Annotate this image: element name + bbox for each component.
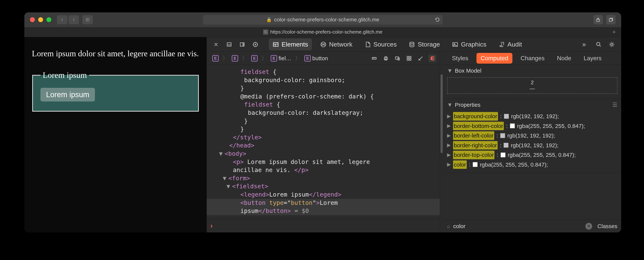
sp-tab-layers[interactable]: Layers bbox=[580, 53, 606, 64]
dom-tree-line[interactable]: ipsum</button> = $0 bbox=[207, 207, 440, 215]
devtools-more-tabs[interactable]: » bbox=[582, 41, 586, 48]
compositing-borders-icon[interactable] bbox=[428, 55, 436, 62]
svg-rect-7 bbox=[243, 43, 244, 46]
dom-tree-line[interactable]: ▼<body> bbox=[207, 150, 440, 158]
computed-property-row[interactable]: ▶border-left-color:rgb(192, 192, 192); bbox=[447, 131, 618, 141]
color-swatch[interactable] bbox=[473, 162, 478, 167]
forward-button[interactable] bbox=[68, 15, 79, 24]
dom-tree-line[interactable]: ▼<form> bbox=[207, 174, 440, 183]
computed-property-row[interactable]: ▶border-right-color:rgb(192, 192, 192); bbox=[447, 141, 618, 150]
tabs-overview-button[interactable] bbox=[606, 15, 616, 24]
dom-tree-line[interactable]: background-color: gainsboro; bbox=[207, 76, 440, 84]
computed-property-row[interactable]: ▶color:rgba(255, 255, 255, 0.847); bbox=[447, 160, 618, 170]
dom-tree-line[interactable]: </style> bbox=[207, 133, 440, 142]
dom-tree-line[interactable]: <legend>Lorem ipsum</legend> bbox=[207, 191, 440, 199]
dom-tree[interactable]: fieldset {background-color: gainsboro;}@… bbox=[207, 65, 440, 219]
dom-tree-line[interactable]: </head> bbox=[207, 142, 440, 150]
box-model-header[interactable]: ▼ Box Model bbox=[443, 65, 621, 77]
browser-tab[interactable]: C https://color-scheme-prefers-color-sch… bbox=[263, 29, 382, 35]
paint-icon[interactable] bbox=[417, 55, 424, 62]
close-devtools-button[interactable] bbox=[212, 40, 220, 49]
property-name: color bbox=[453, 160, 467, 169]
disclosure-arrow-icon: ▶ bbox=[447, 122, 451, 129]
sp-tab-changes[interactable]: Changes bbox=[516, 53, 549, 64]
dom-tree-line[interactable]: fieldset { bbox=[207, 68, 440, 76]
dom-tree-line[interactable]: } bbox=[207, 117, 440, 125]
color-swatch[interactable] bbox=[510, 123, 515, 128]
dom-tree-line[interactable]: ancillae ne vis. </p> bbox=[207, 166, 440, 174]
tab-elements[interactable]: Elements bbox=[269, 39, 312, 50]
breadcrumb-item[interactable]: Efiel… bbox=[269, 54, 293, 63]
tab-network[interactable]: Network bbox=[316, 39, 356, 50]
sp-tab-styles[interactable]: Styles bbox=[448, 53, 472, 64]
page-paragraph: Lorem ipsum dolor sit amet, legere ancil… bbox=[32, 48, 199, 59]
dom-toolbar: E 〉 E 〉 E 〉 Efiel… 〉 Ebutton bbox=[207, 52, 440, 65]
share-button[interactable] bbox=[594, 15, 603, 24]
properties-header[interactable]: ▼ Properties ☰ bbox=[443, 99, 621, 111]
breadcrumb-item[interactable]: E bbox=[249, 54, 260, 63]
dock-side-button[interactable] bbox=[238, 40, 246, 49]
color-swatch[interactable] bbox=[504, 114, 509, 119]
property-value: rgba(255, 255, 255, 0.847); bbox=[517, 122, 585, 130]
color-swatch[interactable] bbox=[504, 143, 508, 148]
dom-tree-line[interactable]: background-color: darkslategray; bbox=[207, 109, 440, 117]
dom-tree-line[interactable]: } bbox=[207, 125, 440, 133]
lock-icon: 🔒 bbox=[266, 17, 272, 22]
computed-property-row[interactable]: ▶border-bottom-color:rgba(255, 255, 255,… bbox=[447, 121, 618, 131]
select-element-button[interactable] bbox=[251, 40, 260, 49]
tab-sources[interactable]: Sources bbox=[360, 39, 400, 50]
console-drawer[interactable]: › bbox=[207, 219, 440, 232]
clear-filter-button[interactable]: ✕ bbox=[586, 223, 592, 230]
ruler-icon[interactable] bbox=[370, 55, 378, 62]
dom-tree-line[interactable]: } bbox=[207, 84, 440, 92]
dom-tree-line[interactable]: ▼<fieldset> bbox=[207, 182, 440, 191]
devtools-body: E 〉 E 〉 E 〉 Efiel… 〉 Ebutton bbox=[207, 52, 621, 232]
address-bar[interactable]: 🔒 color-scheme-prefers-color-scheme.glit… bbox=[203, 15, 442, 25]
properties-filter-input[interactable] bbox=[453, 223, 583, 230]
grid-icon[interactable] bbox=[405, 55, 413, 62]
new-tab-button[interactable]: + bbox=[610, 28, 618, 36]
devtools-search-button[interactable] bbox=[594, 40, 603, 49]
devtools-settings-button[interactable] bbox=[608, 40, 616, 49]
styles-panel-tabs: Styles Computed Changes Node Layers bbox=[443, 52, 621, 65]
dom-panel: E 〉 E 〉 E 〉 Efiel… 〉 Ebutton bbox=[207, 52, 440, 232]
computed-property-row[interactable]: ▶border-top-color:rgba(255, 255, 255, 0.… bbox=[447, 150, 618, 160]
minimize-window-button[interactable] bbox=[38, 17, 43, 22]
zoom-window-button[interactable] bbox=[46, 17, 51, 22]
dock-bottom-button[interactable] bbox=[225, 40, 233, 49]
tab-storage[interactable]: Storage bbox=[405, 39, 444, 50]
back-button[interactable] bbox=[57, 15, 68, 24]
page-button[interactable]: Lorem ipsum bbox=[40, 88, 95, 101]
svg-rect-29 bbox=[385, 56, 386, 58]
dom-tree-line[interactable]: <button type="button">Lorem bbox=[207, 199, 440, 207]
tab-graphics[interactable]: Graphics bbox=[448, 39, 490, 50]
devtools-tabs: Elements Network Sources Storage bbox=[269, 39, 526, 50]
responsive-icon[interactable] bbox=[394, 55, 401, 62]
sp-tab-computed[interactable]: Computed bbox=[476, 53, 512, 64]
property-value: rgb(192, 192, 192); bbox=[511, 141, 558, 150]
dom-tree-line[interactable]: @media (prefers-color-scheme: dark) { bbox=[207, 92, 440, 101]
property-value: rgba(255, 255, 255, 0.847); bbox=[480, 161, 548, 169]
color-swatch[interactable] bbox=[500, 153, 506, 157]
filter-icon[interactable]: ☰ bbox=[612, 101, 618, 108]
dom-scrollbar[interactable] bbox=[440, 52, 443, 232]
classes-toggle[interactable]: Classes bbox=[598, 223, 618, 229]
reload-button[interactable] bbox=[434, 16, 441, 23]
sp-tab-node[interactable]: Node bbox=[553, 53, 576, 64]
svg-rect-33 bbox=[407, 56, 409, 58]
dom-tree-line[interactable]: fieldset { bbox=[207, 100, 440, 109]
color-swatch[interactable] bbox=[500, 133, 505, 138]
svg-line-22 bbox=[600, 45, 601, 47]
svg-point-9 bbox=[255, 44, 256, 45]
breadcrumb-item[interactable]: E bbox=[210, 54, 220, 63]
dom-tree-line[interactable]: <p> Lorem ipsum dolor sit amet, legere bbox=[207, 158, 440, 166]
breadcrumb-item[interactable]: Ebutton bbox=[302, 54, 330, 63]
property-value: rgb(192, 192, 192); bbox=[507, 132, 555, 140]
sidebar-toggle-button[interactable] bbox=[82, 15, 93, 24]
tab-audit[interactable]: Audit bbox=[494, 39, 526, 50]
computed-property-row[interactable]: ▶background-color:rgb(192, 192, 192); bbox=[447, 111, 618, 121]
breadcrumb-item[interactable]: E bbox=[230, 54, 240, 63]
print-styles-icon[interactable] bbox=[382, 55, 390, 62]
property-name: background-color bbox=[453, 112, 498, 121]
close-window-button[interactable] bbox=[30, 17, 35, 22]
